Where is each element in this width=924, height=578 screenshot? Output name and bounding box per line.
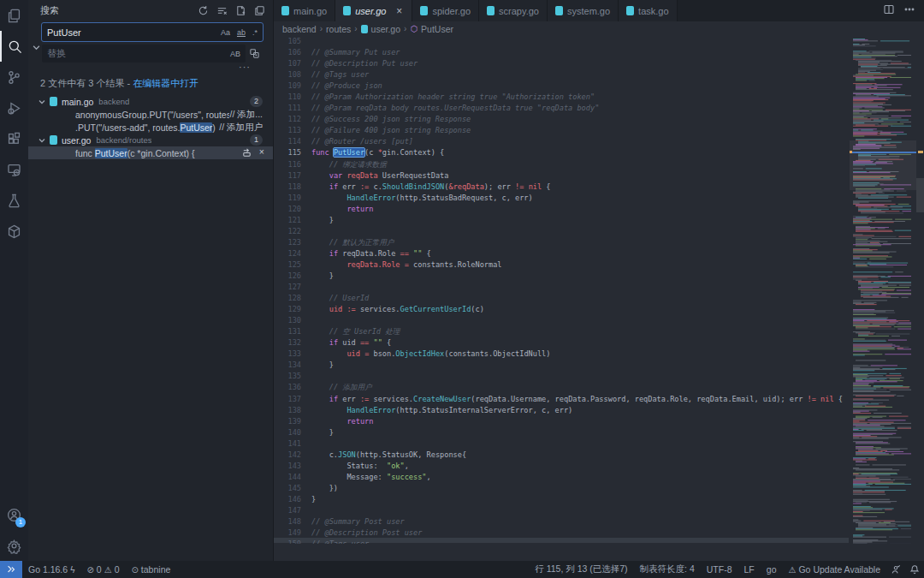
search-result-match-row[interactable]: func PutUser(c *gin.Context) { × [28, 146, 273, 159]
code-line[interactable]: 124 if reqData.Role == "" { [274, 248, 924, 259]
code-line[interactable]: 147 [274, 505, 924, 516]
horizontal-scrollbar[interactable] [274, 538, 849, 543]
replace-input[interactable]: 替换 AB [42, 45, 246, 63]
code-line[interactable]: 136 // 添加用户 [274, 382, 924, 393]
code-line[interactable]: 148// @Summary Post user [274, 516, 924, 527]
clear-results-icon[interactable] [215, 3, 228, 17]
code-line[interactable]: 105 [274, 36, 924, 47]
replace-match-icon[interactable] [241, 146, 252, 159]
search-result-match-row[interactable]: anonymousGroup.PUT("/users", routes.PutU… [28, 108, 273, 121]
status-item-language-mode[interactable]: go [761, 561, 783, 578]
code-line[interactable]: 106// @Summary Put user [274, 47, 924, 58]
bell-icon[interactable] [905, 561, 924, 578]
code-line[interactable]: 127 [274, 282, 924, 293]
status-item-go-update[interactable]: ⚠Go Update Available [782, 561, 886, 578]
code-line[interactable]: 138 HandleError(http.StatusInternalServe… [274, 405, 924, 416]
code-line[interactable]: 128 // UserId [274, 293, 924, 304]
code-line[interactable]: 146} [274, 494, 924, 505]
open-in-editor-link[interactable]: 在编辑器中打开 [133, 78, 198, 88]
preserve-case-toggle[interactable]: AB [228, 49, 242, 59]
status-item-problems[interactable]: ⊘0⚠0 [80, 561, 125, 578]
chevron-down-icon[interactable] [38, 137, 47, 144]
breadcrumb-folder[interactable]: backend [282, 24, 317, 34]
search-icon[interactable] [0, 31, 28, 62]
whole-word-toggle[interactable]: ab [235, 27, 247, 38]
split-editor-icon[interactable] [883, 3, 895, 19]
code-line[interactable]: 117 var reqData UserRequestData [274, 170, 924, 182]
chevron-down-icon[interactable] [38, 98, 47, 105]
remote-indicator[interactable] [0, 561, 22, 578]
more-actions-icon[interactable] [903, 3, 915, 19]
code-line[interactable]: 114// @Router /users [put] [274, 136, 924, 147]
code-line[interactable]: 126 } [274, 271, 924, 282]
code-line[interactable]: 113// @Failure 400 json string Response [274, 125, 924, 136]
toggle-search-details[interactable]: ··· [42, 63, 263, 72]
code-line[interactable]: 130 [274, 315, 924, 326]
search-input[interactable]: PutUser Aa ab .* [42, 23, 263, 41]
code-line[interactable]: 129 uid := services.GetCurrentUserId(c) [274, 304, 924, 315]
match-case-toggle[interactable]: Aa [219, 27, 232, 38]
code-line[interactable]: 123 // 默认为正常用户 [274, 237, 924, 248]
status-item-indentation[interactable]: 制表符长度: 4 [634, 561, 701, 578]
breadcrumb-folder[interactable]: routes [326, 24, 351, 34]
code-line[interactable]: 131 // 空 UserId 处理 [274, 326, 924, 337]
editor-tab[interactable]: user.go × [335, 0, 412, 21]
code-line[interactable]: 119 HandleError(http.StatusBadRequest, c… [274, 193, 924, 204]
explorer-icon[interactable] [0, 0, 28, 31]
vertical-scrollbar[interactable] [916, 178, 924, 212]
code-line[interactable]: 134 } [274, 360, 924, 371]
search-result-file-row[interactable]: main.gobackend 2 [28, 95, 273, 108]
settings-gear-icon[interactable] [0, 530, 28, 561]
status-item-go-version[interactable]: Go 1.16.6ϟ [22, 561, 80, 578]
code-line[interactable]: 125 reqData.Role = constants.RoleNormal [274, 259, 924, 271]
code-line[interactable]: 118 if err := c.ShouldBindJSON(&reqData)… [274, 182, 924, 193]
code-line[interactable]: 137 if err := services.CreateNewUser(req… [274, 394, 924, 405]
code-line[interactable]: 135 [274, 371, 924, 382]
toggle-replace-chevron-icon[interactable] [30, 23, 42, 72]
code-line[interactable]: 112// @Success 200 json string Response [274, 114, 924, 125]
editor-tab[interactable]: system.go [548, 0, 619, 21]
search-result-match-row[interactable]: .PUT("/users-add", routes.PutUser) // 添加… [28, 121, 273, 134]
account-icon[interactable]: 1 [0, 499, 28, 530]
code-line[interactable]: 133 uid = bson.ObjectIdHex(constants.Obj… [274, 349, 924, 360]
package-icon[interactable] [0, 216, 28, 247]
status-item-encoding[interactable]: UTF-8 [701, 561, 738, 578]
replace-all-icon[interactable] [246, 48, 263, 59]
minimap[interactable] [850, 36, 916, 544]
code-line[interactable]: 140 } [274, 427, 924, 438]
remote-explorer-icon[interactable] [0, 154, 28, 185]
status-item-eol[interactable]: LF [738, 561, 761, 578]
code-line[interactable]: 144 Message: "success", [274, 472, 924, 483]
code-line[interactable]: 108// @Tags user [274, 69, 924, 80]
new-search-editor-icon[interactable] [234, 3, 247, 17]
code-line[interactable]: 143 Status: "ok", [274, 461, 924, 472]
dismiss-match-icon[interactable]: × [259, 146, 264, 159]
code-line[interactable]: 116 // 绑定请求数据 [274, 159, 924, 170]
editor-tab[interactable]: task.go [619, 0, 677, 21]
breadcrumb-file[interactable]: user.go [361, 24, 400, 34]
code-line[interactable]: 110// @Param Authorization header string… [274, 92, 924, 103]
close-tab-icon[interactable]: × [394, 6, 404, 16]
collapse-all-icon[interactable] [252, 3, 266, 17]
code-line[interactable]: 122 [274, 226, 924, 237]
code-line[interactable]: 115func PutUser(c *gin.Context) { [274, 147, 924, 158]
code-line[interactable]: 141 [274, 438, 924, 450]
feedback-icon[interactable] [886, 561, 905, 578]
source-control-icon[interactable] [0, 62, 28, 92]
code-line[interactable]: 107// @Description Put user [274, 58, 924, 69]
code-line[interactable]: 111// @Param reqData body routes.UserReq… [274, 103, 924, 114]
status-item-tabnine[interactable]: ⊙tabnine [125, 561, 176, 578]
refresh-icon[interactable] [196, 3, 210, 17]
editor-tab[interactable]: main.go [274, 0, 335, 21]
editor-tab[interactable]: spider.go [412, 0, 479, 21]
code-line[interactable]: 109// @Produce json [274, 80, 924, 92]
code-line[interactable]: 121 } [274, 215, 924, 226]
code-line[interactable]: 142 c.JSON(http.StatusOK, Response{ [274, 450, 924, 461]
search-result-file-row[interactable]: user.gobackend/routes 1 [28, 134, 273, 146]
code-line[interactable]: 132 if uid == "" { [274, 337, 924, 349]
editor-tab[interactable]: scrapy.go [479, 0, 548, 21]
extensions-icon[interactable] [0, 123, 28, 154]
regex-toggle[interactable]: .* [251, 27, 259, 38]
code-editor[interactable]: 105106// @Summary Put user107// @Descrip… [274, 36, 924, 544]
breadcrumb-symbol[interactable]: ⬡PutUser [410, 24, 453, 34]
